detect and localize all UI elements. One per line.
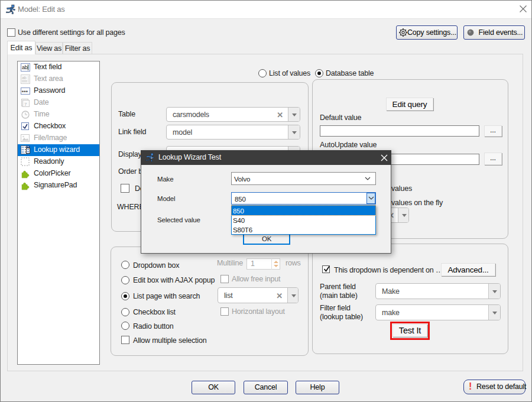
svg-text:abl: abl (22, 64, 29, 70)
svg-text:***: *** (22, 89, 28, 95)
svg-text:ab: ab (22, 76, 27, 80)
